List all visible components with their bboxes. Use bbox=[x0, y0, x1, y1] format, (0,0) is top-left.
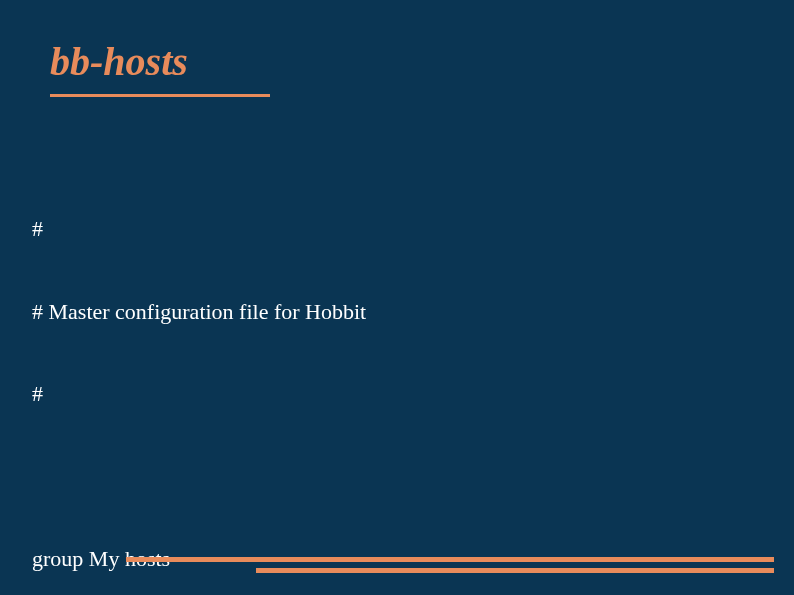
slide: bb-hosts # # Master configuration file f… bbox=[0, 0, 794, 595]
blank-line bbox=[32, 463, 577, 491]
slide-title: bb-hosts bbox=[50, 38, 188, 85]
slide-body: # # Master configuration file for Hobbit… bbox=[32, 160, 577, 595]
title-underline bbox=[50, 94, 270, 97]
decoration-bar bbox=[256, 568, 774, 573]
config-line: # bbox=[32, 380, 577, 408]
decoration-bar bbox=[126, 557, 774, 562]
config-line: # Master configuration file for Hobbit bbox=[32, 298, 577, 326]
footer-decoration bbox=[56, 551, 774, 573]
config-line: # bbox=[32, 215, 577, 243]
